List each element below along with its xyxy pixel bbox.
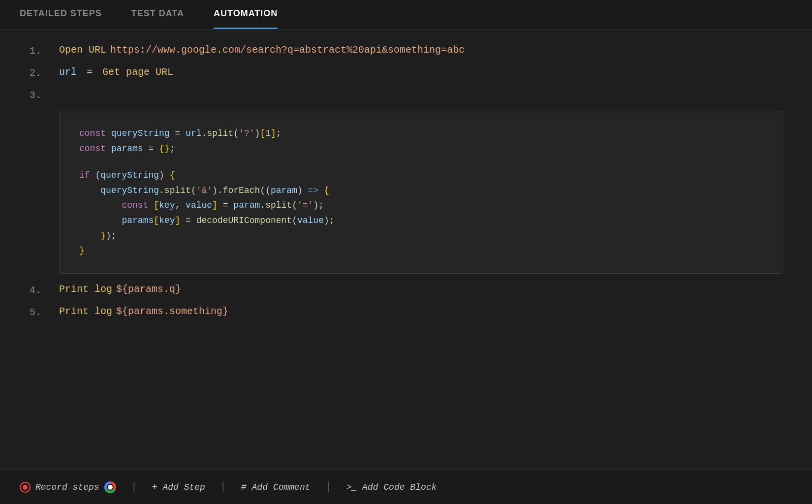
step-content: url = Get page URL <box>59 66 173 78</box>
code-line: const params = {}; <box>79 141 762 157</box>
code-line: params[key] = decodeURIComponent(value); <box>79 213 762 228</box>
step-url: https://www.google.com/search?q=abstract… <box>110 44 465 56</box>
code-line: if (queryString) { <box>79 168 762 183</box>
step-row: 2. url = Get page URL <box>30 66 782 79</box>
step-number: 1. <box>30 44 59 57</box>
tab-detailed-steps[interactable]: DETAILED STEPS <box>20 0 102 29</box>
step-row: 1. Open URL https://www.google.com/searc… <box>30 44 782 57</box>
add-code-block-button[interactable]: >_ Add Code Block <box>346 482 437 492</box>
step-keyword: Print log <box>59 306 112 317</box>
code-line: const queryString = url.split('?')[1]; <box>79 126 762 141</box>
separator-2: | <box>220 481 226 493</box>
add-step-label: + Add Step <box>152 482 205 492</box>
main-content: 1. Open URL https://www.google.com/searc… <box>0 30 812 470</box>
add-comment-label: # Add Comment <box>241 482 310 492</box>
code-line: } <box>79 243 762 258</box>
record-steps-button[interactable]: Record steps <box>20 481 116 493</box>
step-row: 5. Print log ${params.something} <box>30 306 782 318</box>
step-var: url <box>59 66 77 78</box>
step-content: Print log ${params.something} <box>59 306 228 317</box>
tab-test-data[interactable]: TEST DATA <box>131 0 184 29</box>
code-line: queryString.split('&').forEach((param) =… <box>79 183 762 198</box>
step-keyword: Print log <box>59 284 112 295</box>
tabs-bar: DETAILED STEPS TEST DATA AUTOMATION <box>0 0 812 30</box>
add-step-button[interactable]: + Add Step <box>152 482 205 492</box>
step-row: 3. <box>30 89 782 101</box>
step-row: 4. Print log ${params.q} <box>30 284 782 296</box>
record-icon <box>20 482 31 493</box>
step-keyword: Open URL <box>59 44 106 56</box>
step-number: 4. <box>30 284 59 296</box>
step-value: ${params.something} <box>116 306 228 317</box>
record-dot <box>23 485 28 490</box>
chrome-icon <box>104 481 116 493</box>
step-number: 2. <box>30 66 59 79</box>
tab-automation[interactable]: AUTOMATION <box>214 0 278 29</box>
code-line: const [key, value] = param.split('='); <box>79 198 762 213</box>
step-content: Print log ${params.q} <box>59 284 181 295</box>
add-comment-button[interactable]: # Add Comment <box>241 482 310 492</box>
code-line: }); <box>79 228 762 244</box>
step-number: 5. <box>30 306 59 318</box>
step-equals: = <box>81 66 98 78</box>
separator-1: | <box>131 481 137 493</box>
separator-3: | <box>325 481 332 493</box>
add-code-label: >_ Add Code Block <box>346 482 437 492</box>
step-value: ${params.q} <box>116 284 181 295</box>
step-number: 3. <box>30 89 59 101</box>
step-content: Open URL https://www.google.com/search?q… <box>59 44 465 56</box>
step-action: Get page URL <box>102 66 173 78</box>
bottom-toolbar: Record steps | + Add Step | # Add Commen… <box>0 470 812 504</box>
code-block: const queryString = url.split('?')[1]; c… <box>59 111 782 274</box>
record-steps-label: Record steps <box>35 482 99 492</box>
